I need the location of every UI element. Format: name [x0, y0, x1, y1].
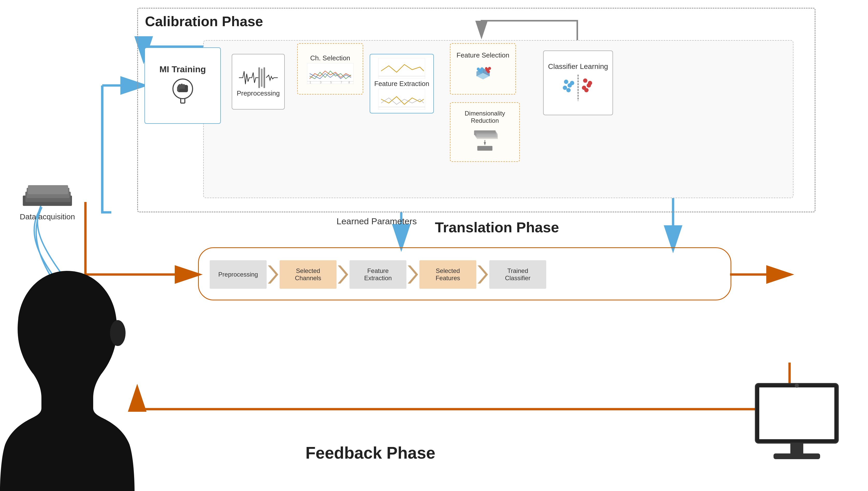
svg-rect-27: [179, 84, 181, 89]
svg-point-73: [584, 88, 589, 92]
feature-extraction-block: Feature Extraction: [370, 54, 434, 113]
svg-rect-32: [258, 67, 260, 88]
trans-preprocessing: Preprocessing: [210, 260, 267, 289]
ch-selection-label: Ch. Selection: [310, 54, 350, 62]
svg-rect-34: [264, 67, 265, 88]
svg-point-51: [477, 67, 480, 70]
svg-point-66: [563, 86, 567, 90]
svg-rect-28: [181, 84, 183, 89]
dim-reduction-block: Dimensionality Reduction: [450, 102, 520, 162]
svg-marker-75: [268, 265, 278, 284]
svg-marker-77: [408, 265, 418, 284]
classifier-icon: [555, 72, 601, 103]
svg-point-52: [479, 70, 482, 73]
ch-selection-chart: 1 3 5 7 8: [307, 63, 354, 84]
classifier-block: Classifier Learning: [543, 51, 613, 115]
trans-feature-extraction: FeatureExtraction: [350, 260, 407, 289]
feature-extraction-top-chart: [379, 58, 425, 79]
head-silhouette: [0, 258, 134, 491]
svg-point-68: [570, 81, 574, 85]
svg-point-88: [110, 320, 125, 346]
feature-selection-block: Feature Selection: [450, 43, 516, 94]
data-acq-device: [12, 184, 82, 207]
svg-text:3: 3: [320, 81, 322, 84]
monitor-icon: [750, 378, 843, 466]
feature-selection-label: Feature Selection: [457, 51, 509, 59]
data-acq-icon: [12, 184, 82, 207]
preprocessing-block: Preprocessing: [232, 54, 285, 110]
ch-selection-block: Ch. Selection 1 3 5 7 8: [297, 43, 363, 94]
head-svg: [0, 258, 134, 491]
trans-selected-features: SelectedFeatures: [419, 260, 476, 289]
preprocessing-label: Preprocessing: [237, 89, 279, 97]
svg-rect-35: [307, 63, 354, 84]
svg-point-69: [583, 79, 588, 83]
svg-point-67: [566, 88, 571, 92]
diagram: Calibration Phase MI Training: [0, 0, 868, 491]
svg-marker-76: [338, 265, 348, 284]
svg-point-72: [588, 81, 592, 85]
data-acq-label: Data acquisition: [7, 212, 88, 221]
svg-point-55: [487, 70, 490, 73]
trans-trained-classifier: TrainedClassifier: [489, 260, 546, 289]
chevron-4: [476, 260, 489, 289]
svg-text:8: 8: [349, 81, 350, 84]
svg-point-54: [488, 67, 491, 70]
feature-selection-icon: [470, 61, 496, 87]
dim-reduction-icon: [472, 126, 498, 154]
svg-point-56: [485, 67, 487, 70]
chevron-3: [407, 260, 419, 289]
svg-rect-86: [774, 454, 820, 459]
svg-rect-63: [477, 146, 492, 151]
svg-marker-61: [484, 142, 486, 146]
chevron-1: [267, 260, 279, 289]
feature-extraction-label: Feature Extraction: [374, 80, 429, 88]
classifier-label: Classifier Learning: [548, 62, 608, 71]
preprocessing-icon: [238, 66, 279, 89]
svg-text:5: 5: [330, 81, 332, 84]
dim-reduction-label: Dimensionality Reduction: [450, 110, 519, 124]
svg-text:7: 7: [341, 81, 342, 84]
mi-training-label: MI Training: [159, 64, 206, 74]
svg-marker-78: [478, 265, 488, 284]
monitor: [750, 378, 843, 466]
chevron-2: [336, 260, 350, 289]
feature-extraction-bottom-chart: [379, 89, 425, 110]
svg-rect-33: [261, 69, 263, 87]
svg-rect-82: [28, 185, 68, 194]
translation-label: Translation Phase: [435, 219, 559, 236]
svg-rect-60: [477, 135, 498, 139]
mi-training-icon: [167, 76, 198, 107]
svg-rect-44: [379, 89, 425, 110]
feedback-label: Feedback Phase: [305, 443, 436, 463]
svg-rect-29: [183, 84, 185, 89]
learned-params-label: Learned Parameters: [336, 216, 417, 226]
svg-point-87: [795, 383, 799, 388]
trans-selected-channels: SelectedChannels: [279, 260, 336, 289]
svg-point-64: [564, 80, 568, 84]
svg-rect-85: [790, 443, 803, 455]
svg-rect-84: [759, 387, 834, 439]
svg-rect-30: [185, 87, 187, 91]
mi-training-block: MI Training: [145, 48, 221, 124]
svg-text:1: 1: [309, 81, 311, 84]
calibration-label: Calibration Phase: [145, 13, 263, 30]
